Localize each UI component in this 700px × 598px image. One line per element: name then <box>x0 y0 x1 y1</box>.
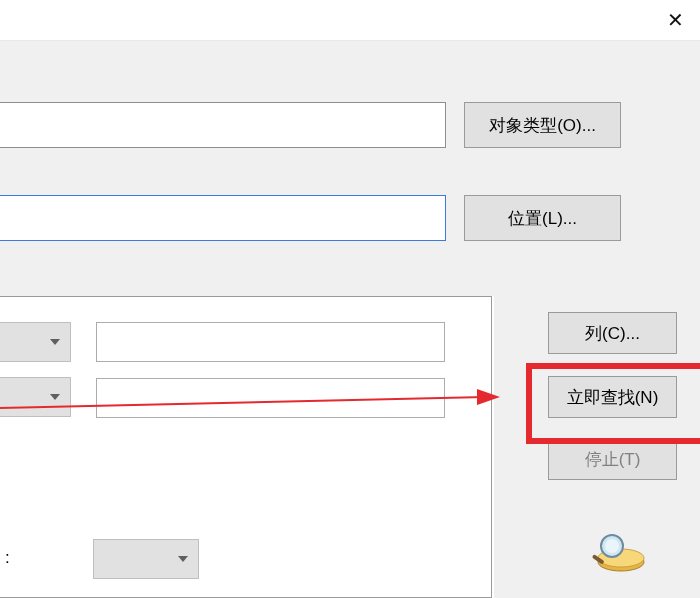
chevron-down-icon <box>50 339 60 345</box>
titlebar: ✕ <box>0 0 700 38</box>
criteria-input-2[interactable] <box>96 378 445 418</box>
criteria-combo-2[interactable] <box>0 377 71 417</box>
columns-button[interactable]: 列(C)... <box>548 312 677 354</box>
close-icon[interactable]: ✕ <box>663 8 687 32</box>
highlight-rect <box>526 363 700 444</box>
bottom-mark: : <box>5 548 10 568</box>
object-type-input[interactable] <box>0 102 446 148</box>
chevron-down-icon <box>178 556 188 562</box>
svg-point-5 <box>605 539 619 553</box>
bottom-combo[interactable] <box>93 539 199 579</box>
upper-panel <box>0 41 700 296</box>
criteria-input-1[interactable] <box>96 322 445 362</box>
object-type-button[interactable]: 对象类型(O)... <box>464 102 621 148</box>
criteria-combo-1[interactable] <box>0 322 71 362</box>
chevron-down-icon <box>50 394 60 400</box>
stop-button[interactable]: 停止(T) <box>548 438 677 480</box>
location-button[interactable]: 位置(L)... <box>464 195 621 241</box>
location-input[interactable] <box>0 195 446 241</box>
search-folder-icon <box>587 530 647 572</box>
